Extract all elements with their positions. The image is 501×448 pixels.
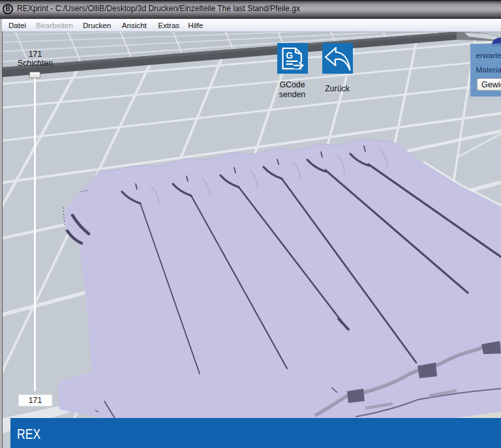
svg-text:G: G <box>286 50 293 61</box>
